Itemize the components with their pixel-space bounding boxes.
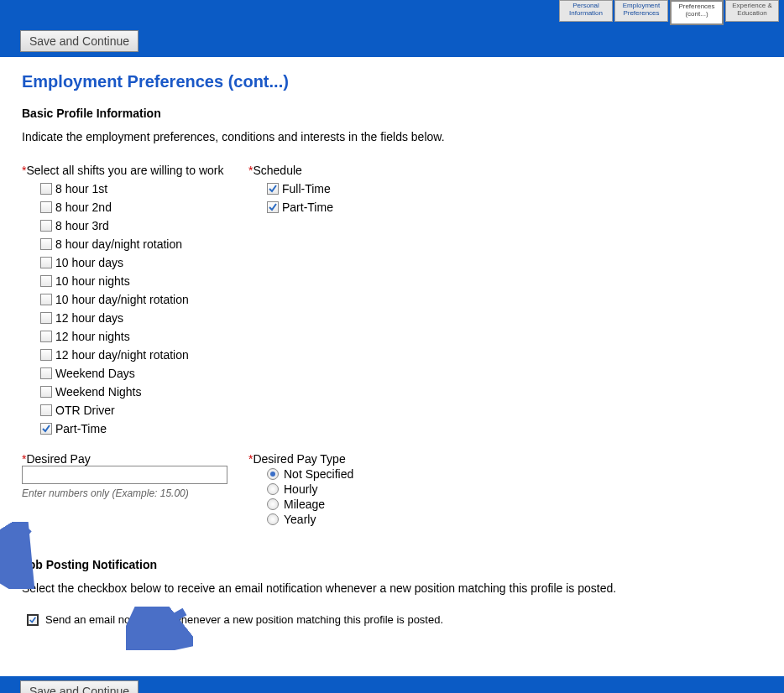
shift-option-row: 10 hour nights [40, 273, 248, 289]
bottom-bar: Save and Continue [0, 676, 784, 693]
wizard-step[interactable]: Personal Information [559, 0, 613, 22]
shift-option-label: 12 hour nights [55, 330, 130, 343]
schedule-option-checkbox[interactable] [267, 183, 279, 195]
job-posting-heading: Job Posting Notification [22, 558, 762, 571]
shift-option-checkbox[interactable] [40, 349, 52, 361]
pay-type-option-row: Hourly [267, 482, 467, 496]
shifts-checkbox-group: 8 hour 1st8 hour 2nd8 hour 3rd8 hour day… [40, 180, 248, 437]
save-continue-button-bottom[interactable]: Save and Continue [20, 680, 139, 694]
job-posting-instruction: Select the checkbox below to receive an … [22, 581, 762, 595]
pay-type-option-label: Not Specified [284, 467, 353, 481]
schedule-option-row: Part-Time [267, 199, 467, 216]
shift-option-checkbox[interactable] [40, 404, 52, 416]
wizard-step[interactable]: Employment Preferences [614, 0, 668, 22]
shift-option-label: 8 hour 3rd [55, 219, 109, 232]
shift-option-checkbox[interactable] [40, 294, 52, 305]
pay-type-option-row: Yearly [267, 513, 467, 526]
shift-option-row: 8 hour day/night rotation [40, 236, 248, 253]
shift-option-row: Part-Time [40, 420, 248, 437]
pay-type-option-row: Not Specified [267, 467, 467, 481]
shift-option-checkbox[interactable] [40, 238, 52, 250]
pay-type-option-radio[interactable] [267, 483, 279, 495]
shift-option-label: 12 hour day/night rotation [55, 348, 189, 362]
shift-option-row: 10 hour day/night rotation [40, 291, 248, 308]
shift-option-row: Weekend Nights [40, 383, 248, 400]
annotation-arrow-icon [0, 522, 42, 589]
shift-option-label: 8 hour 1st [55, 182, 107, 195]
schedule-checkbox-group: Full-TimePart-Time [267, 180, 467, 216]
pay-type-option-row: Mileage [267, 498, 467, 511]
schedule-label: *Schedule [248, 164, 467, 177]
wizard-steps: Personal InformationEmployment Preferenc… [559, 0, 779, 25]
shift-option-checkbox[interactable] [40, 257, 52, 268]
shift-option-label: Weekend Days [55, 367, 135, 380]
basic-profile-heading: Basic Profile Information [22, 107, 762, 120]
schedule-option-label: Full-Time [282, 182, 331, 195]
shift-option-row: 8 hour 3rd [40, 217, 248, 234]
pay-type-option-radio[interactable] [267, 468, 279, 480]
shift-option-row: OTR Driver [40, 402, 248, 419]
email-notification-label: Send an email notification whenever a ne… [45, 613, 443, 626]
shift-option-checkbox[interactable] [40, 183, 52, 195]
shift-option-label: 10 hour day/night rotation [55, 293, 189, 306]
top-bar: Personal InformationEmployment Preferenc… [0, 0, 784, 57]
pay-type-option-label: Mileage [284, 498, 325, 511]
shift-option-checkbox[interactable] [40, 386, 52, 398]
shift-option-row: Weekend Days [40, 365, 248, 382]
shift-option-row: 12 hour days [40, 310, 248, 326]
desired-pay-hint: Enter numbers only (Example: 15.00) [22, 487, 248, 499]
shift-option-checkbox[interactable] [40, 275, 52, 287]
pay-type-option-label: Hourly [284, 482, 317, 496]
shift-option-checkbox[interactable] [40, 423, 52, 435]
shift-option-row: 8 hour 2nd [40, 199, 248, 216]
shift-option-checkbox[interactable] [40, 312, 52, 324]
shift-option-label: 8 hour 2nd [55, 201, 112, 214]
desired-pay-input[interactable] [22, 466, 227, 484]
schedule-option-label: Part-Time [282, 201, 333, 214]
desired-pay-type-label: *Desired Pay Type [248, 452, 467, 466]
shift-option-label: 8 hour day/night rotation [55, 237, 182, 251]
shift-option-checkbox[interactable] [40, 367, 52, 379]
shift-option-row: 10 hour days [40, 254, 248, 271]
shift-option-label: OTR Driver [55, 404, 115, 417]
pay-type-option-radio[interactable] [267, 498, 279, 510]
shift-option-row: 8 hour 1st [40, 180, 248, 197]
shift-option-checkbox[interactable] [40, 220, 52, 232]
shift-option-row: 12 hour nights [40, 328, 248, 345]
pay-type-option-radio[interactable] [267, 513, 279, 525]
main-content: Employment Preferences (cont...) Basic P… [0, 57, 784, 676]
shift-option-label: 10 hour days [55, 256, 123, 269]
wizard-step[interactable]: Preferences (cont...) [670, 0, 724, 25]
shift-option-label: Weekend Nights [55, 385, 141, 399]
email-notification-checkbox[interactable] [27, 614, 39, 626]
basic-profile-instruction: Indicate the employment preferences, con… [22, 130, 762, 143]
shifts-label: *Select all shifts you are willing to wo… [22, 164, 248, 177]
shift-option-label: 12 hour days [55, 311, 123, 325]
schedule-option-row: Full-Time [267, 180, 467, 197]
desired-pay-label: *Desired Pay [22, 452, 248, 466]
desired-pay-type-radio-group: Not SpecifiedHourlyMileageYearly [248, 467, 467, 526]
shift-option-label: Part-Time [55, 422, 107, 435]
shift-option-checkbox[interactable] [40, 201, 52, 213]
wizard-step[interactable]: Experience & Education [725, 0, 779, 22]
schedule-option-checkbox[interactable] [267, 201, 279, 213]
shift-option-label: 10 hour nights [55, 274, 130, 288]
shift-option-checkbox[interactable] [40, 331, 52, 342]
save-continue-button-top[interactable]: Save and Continue [20, 30, 139, 52]
shift-option-row: 12 hour day/night rotation [40, 346, 248, 363]
page-title: Employment Preferences (cont...) [22, 72, 762, 91]
pay-type-option-label: Yearly [284, 513, 316, 526]
